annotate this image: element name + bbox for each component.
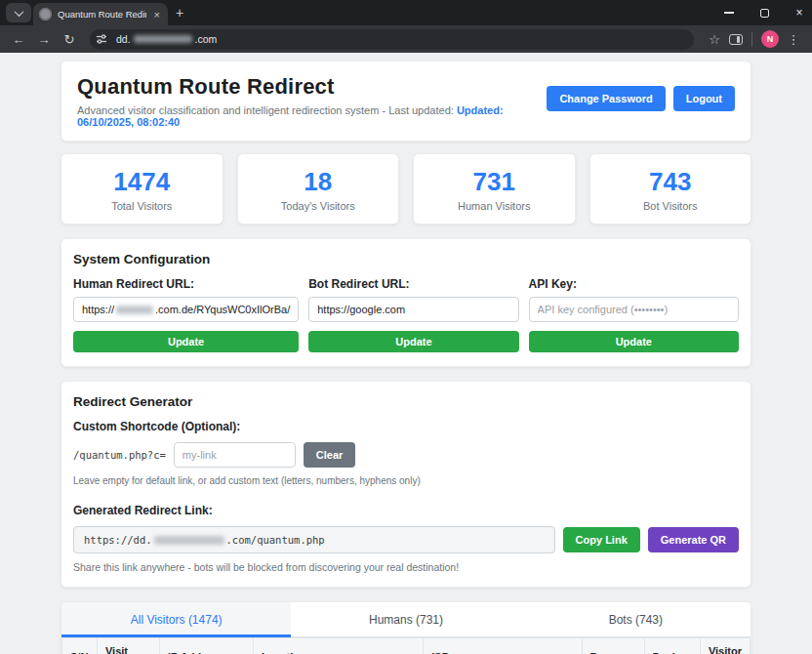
window-maximize-button[interactable] (757, 9, 771, 18)
col-location: Location (253, 638, 423, 654)
api-key-input[interactable] (529, 297, 739, 322)
browser-tab[interactable]: Quantum Route Redirect - Adm × (33, 3, 168, 25)
human-redirect-url-label: Human Redirect URL: (73, 277, 299, 291)
api-key-field-group: API Key: Update (529, 277, 739, 352)
forward-icon[interactable]: → (33, 32, 55, 47)
tab-strip: Quantum Route Redirect - Adm × + × (0, 0, 812, 25)
chevron-down-icon (14, 7, 23, 17)
bot-redirect-url-label: Bot Redirect URL: (308, 277, 518, 291)
side-panel-icon[interactable] (729, 34, 743, 45)
page-title: Quantum Route Redirect (77, 74, 547, 100)
window-minimize-button[interactable] (722, 12, 736, 13)
bot-redirect-url-input[interactable] (308, 297, 518, 322)
section-heading: System Configuration (73, 252, 739, 266)
col-ip: IP Address (159, 638, 253, 654)
minimize-icon (724, 12, 734, 13)
stat-card-total-visitors: 1474 Total Visitors (61, 153, 223, 225)
custom-shortcode-label: Custom Shortcode (Optional): (73, 420, 739, 433)
generated-link-label: Generated Redirect Link: (73, 504, 739, 517)
bookmark-star-icon[interactable]: ☆ (704, 32, 725, 47)
window-controls: × (722, 0, 806, 25)
url-value-suffix: .com.de/RYqusWC0xIlOrBa/ (155, 304, 290, 315)
tab-search-button[interactable] (6, 3, 31, 22)
col-browser: Browser (582, 638, 644, 654)
toolbar-divider (751, 32, 752, 47)
stat-label: Human Visitors (414, 200, 575, 212)
share-note: Share this link anywhere - bots will be … (73, 561, 739, 573)
col-isp: ISP (424, 638, 582, 654)
tab-humans[interactable]: Humans (731) (291, 602, 520, 637)
stat-value: 743 (590, 167, 751, 197)
col-visitor-type: Visitor Type (700, 638, 750, 654)
stat-value: 18 (238, 167, 399, 197)
window-close-button[interactable]: × (792, 6, 806, 20)
stat-card-bot-visitors: 743 Bot Visitors (589, 153, 752, 225)
url-bar[interactable]: dd. .com (90, 29, 694, 50)
url-prefix: dd. (116, 33, 131, 45)
stat-label: Total Visitors (61, 200, 223, 212)
profile-avatar[interactable]: N (761, 30, 779, 48)
redacted-text (154, 536, 224, 545)
tab-bots[interactable]: Bots (743) (521, 602, 751, 637)
shortcode-hint: Leave empty for default link, or add cus… (73, 475, 739, 486)
col-device: Device (644, 638, 700, 654)
tab-close-icon[interactable]: × (152, 9, 162, 20)
col-sn: S/N (62, 638, 98, 654)
tab-all-visitors[interactable]: All Visitors (1474) (61, 602, 291, 637)
update-bot-redirect-button[interactable]: Update (308, 331, 518, 352)
visitors-table: S/N Visit Time IP Address Location ISP B… (61, 637, 751, 654)
back-icon[interactable]: ← (8, 32, 29, 47)
copy-link-button[interactable]: Copy Link (563, 527, 640, 552)
redacted-text (116, 306, 153, 314)
new-tab-button[interactable]: + (176, 5, 183, 20)
api-key-label: API Key: (529, 277, 739, 291)
page-subtitle: Advanced visitor classification and inte… (77, 104, 547, 128)
shortcode-input[interactable] (174, 442, 296, 468)
table-header-row: S/N Visit Time IP Address Location ISP B… (62, 638, 751, 654)
site-info-icon[interactable] (94, 31, 109, 47)
stat-label: Today's Visitors (238, 200, 399, 212)
visitor-tabs: All Visitors (1474) Humans (731) Bots (7… (61, 602, 751, 637)
stat-card-todays-visitors: 18 Today's Visitors (237, 153, 400, 225)
browser-toolbar: ← → ↻ dd. .com ☆ N ⋮ (0, 25, 812, 53)
update-human-redirect-button[interactable]: Update (73, 331, 299, 352)
change-password-button[interactable]: Change Password (547, 86, 665, 111)
section-heading: Redirect Generator (73, 394, 739, 409)
page-body: Quantum Route Redirect Advanced visitor … (0, 53, 812, 654)
stats-row: 1474 Total Visitors 18 Today's Visitors … (61, 153, 751, 225)
browser-chrome: Quantum Route Redirect - Adm × + × ← → ↻… (0, 0, 812, 53)
clear-button[interactable]: Clear (304, 442, 356, 468)
reload-icon[interactable]: ↻ (59, 32, 80, 47)
col-visit-time: Visit Time (97, 638, 159, 654)
system-configuration-card: System Configuration Human Redirect URL:… (61, 238, 751, 367)
visitors-card: All Visitors (1474) Humans (731) Bots (7… (61, 601, 751, 654)
subtitle-text: Advanced visitor classification and inte… (77, 104, 457, 116)
link-prefix: https://dd. (84, 534, 152, 546)
url-value-prefix: https:// (82, 304, 114, 315)
maximize-icon (760, 9, 769, 18)
shortcode-prefix: /quantum.php?c= (73, 449, 166, 461)
update-api-key-button[interactable]: Update (529, 331, 739, 352)
human-redirect-field-group: Human Redirect URL: https:// .com.de/RYq… (73, 277, 299, 352)
tab-title: Quantum Route Redirect - Adm (58, 9, 146, 20)
stat-value: 731 (414, 167, 575, 197)
stat-label: Bot Visitors (590, 200, 751, 212)
header-card: Quantum Route Redirect Advanced visitor … (61, 61, 751, 142)
human-redirect-url-input[interactable]: https:// .com.de/RYqusWC0xIlOrBa/ (73, 297, 299, 322)
link-suffix: .com/quantum.php (226, 534, 325, 546)
redirect-generator-card: Redirect Generator Custom Shortcode (Opt… (61, 381, 751, 588)
stat-card-human-visitors: 731 Human Visitors (413, 153, 576, 225)
generate-qr-button[interactable]: Generate QR (648, 527, 739, 552)
url-text: dd. .com (116, 33, 217, 45)
stat-value: 1474 (61, 167, 223, 197)
redacted-url (134, 35, 192, 43)
bot-redirect-field-group: Bot Redirect URL: Update (308, 277, 518, 352)
menu-icon[interactable]: ⋮ (783, 32, 804, 47)
generated-link-input[interactable]: https://dd. .com/quantum.php (73, 526, 555, 553)
site-favicon-icon (39, 8, 52, 20)
url-suffix: .com (195, 33, 218, 45)
logout-button[interactable]: Logout (673, 86, 735, 111)
